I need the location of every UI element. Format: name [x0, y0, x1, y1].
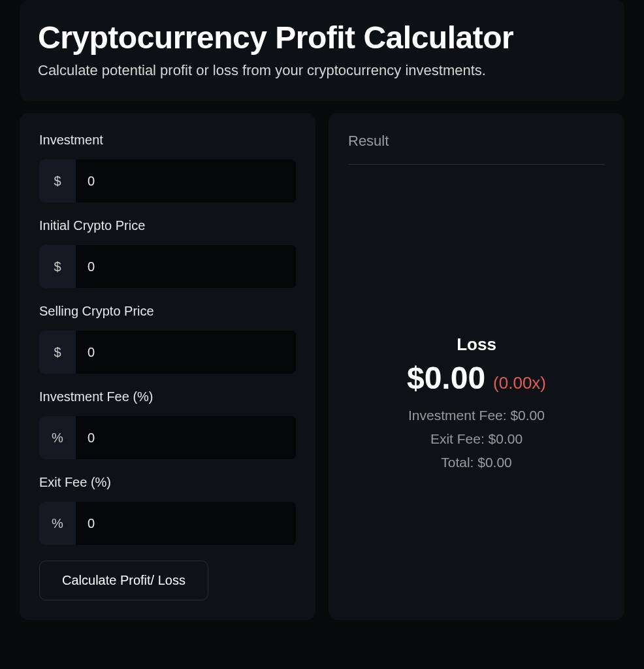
result-amount: $0.00 [407, 360, 485, 396]
result-multiplier: (0.00x) [493, 373, 546, 393]
calculate-button[interactable]: Calculate Profit/ Loss [39, 561, 208, 600]
selling-price-input-wrap: $ [39, 331, 296, 374]
result-total: Total: $0.00 [441, 455, 512, 470]
exit-fee-input-wrap: % [39, 502, 296, 545]
result-investment-fee: Investment Fee: $0.00 [408, 408, 545, 423]
exit-fee-input[interactable] [76, 502, 296, 545]
result-exit-fee: Exit Fee: $0.00 [430, 431, 523, 447]
investment-input-wrap: $ [39, 159, 296, 203]
result-main: $0.00 (0.00x) [407, 360, 546, 396]
dollar-icon: $ [39, 159, 76, 203]
result-status: Loss [457, 334, 496, 355]
percent-icon: % [39, 416, 76, 459]
initial-price-input[interactable] [76, 245, 296, 288]
investment-input[interactable] [76, 159, 296, 203]
header-card: Cryptocurrency Profit Calculator Calcula… [20, 0, 624, 101]
exit-fee-label: Exit Fee (%) [39, 475, 296, 490]
result-card: Result Loss $0.00 (0.00x) Investment Fee… [329, 113, 624, 620]
page-title: Cryptocurrency Profit Calculator [38, 20, 606, 56]
initial-price-input-wrap: $ [39, 245, 296, 288]
result-title: Result [348, 133, 605, 165]
investment-fee-input-wrap: % [39, 416, 296, 459]
dollar-icon: $ [39, 245, 76, 288]
input-card: Investment $ Initial Crypto Price $ Sell… [20, 113, 315, 620]
investment-fee-input[interactable] [76, 416, 296, 459]
selling-price-label: Selling Crypto Price [39, 304, 296, 319]
page-subtitle: Calculate potential profit or loss from … [38, 62, 606, 79]
investment-label: Investment [39, 133, 296, 148]
result-body: Loss $0.00 (0.00x) Investment Fee: $0.00… [348, 165, 605, 478]
percent-icon: % [39, 502, 76, 545]
dollar-icon: $ [39, 331, 76, 374]
initial-price-label: Initial Crypto Price [39, 218, 296, 233]
selling-price-input[interactable] [76, 331, 296, 374]
investment-fee-label: Investment Fee (%) [39, 389, 296, 404]
